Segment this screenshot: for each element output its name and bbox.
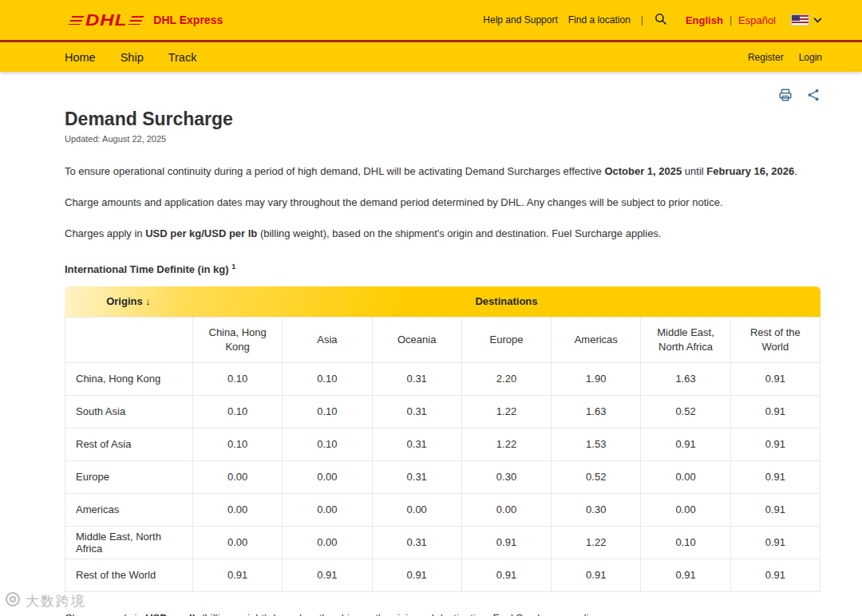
rate-cell: 0.31 [372,428,461,460]
rate-cell: 0.31 [372,395,461,428]
print-button[interactable] [778,88,793,102]
rate-cell: 0.91 [372,559,461,591]
share-icon [806,88,820,102]
rate-cell: 0.00 [193,460,283,493]
rate-cell: 1.22 [461,395,551,428]
rate-cell: 0.00 [283,460,372,493]
destination-column-header: Rest of the World [730,317,820,362]
dhl-logo-bars-left [69,16,85,25]
register-link[interactable]: Register [748,52,784,63]
search-button[interactable] [654,12,667,28]
rate-cell: 0.10 [283,362,372,395]
origin-cell: South Asia [65,395,193,428]
rate-cell: 0.00 [193,493,283,526]
top-utility-links: Help and Support Find a location | Engli… [483,12,822,28]
table-heading: International Time Definite (in kg) 1 [65,263,820,275]
surcharge-table: China, Hong KongAsiaOceaniaEuropeAmerica… [65,317,820,592]
nav-item-track[interactable]: Track [168,51,197,64]
destination-column-header: Asia [283,317,372,362]
rate-cell: 0.31 [372,362,461,395]
charges-paragraph: Charges apply in USD per kg/USD per lb (… [65,227,820,241]
us-flag-icon [791,14,809,26]
rate-cell: 0.52 [552,460,641,493]
destination-column-header: Americas [552,317,641,362]
destination-column-header: Oceania [372,317,461,362]
rate-cell: 0.91 [730,460,820,493]
dhl-logo-bars-right [129,16,144,25]
table-row: Rest of the World0.910.910.910.910.910.9… [65,559,820,591]
share-button[interactable] [806,88,820,102]
nav-item-home[interactable]: Home [65,51,96,64]
footer-unit: USD per lb [145,612,198,616]
rate-cell: 0.00 [641,460,730,493]
footnote-marker: 1 [231,263,235,270]
origins-label: Origins ↓ [65,295,192,307]
rate-cell: 0.00 [641,493,730,526]
rate-cell: 0.91 [283,559,372,591]
destination-column-header: China, Hong Kong [193,317,283,362]
watermark: 大数跨境 [5,591,86,611]
footer-note: Charges apply in USD per lb (billing wei… [65,612,820,616]
rate-cell: 0.91 [730,395,820,428]
table-row: South Asia0.100.100.311.221.630.520.91 [65,395,820,428]
intro-paragraph: To ensure operational continuity during … [65,164,820,179]
rate-cell: 0.30 [552,493,641,526]
destinations-label: Destinations [192,295,820,307]
divider: | [641,14,643,26]
rate-cell: 0.31 [372,526,461,559]
rate-cell: 0.91 [461,559,551,591]
rate-cell: 0.91 [641,559,730,591]
rate-cell: 0.52 [641,395,730,428]
table-row: Rest of Asia0.100.100.311.221.530.910.91 [65,428,820,460]
rate-cell: 0.91 [641,428,730,460]
find-a-location-link[interactable]: Find a location [568,14,631,26]
rate-cell: 0.10 [283,395,372,428]
rate-cell: 0.10 [193,395,283,428]
language-espanol[interactable]: Español [738,14,776,26]
nav-links: Home Ship Track [65,51,196,64]
language-english[interactable]: English [686,14,723,26]
effective-date: October 1, 2025 [604,165,682,177]
origin-cell: Middle East, North Africa [65,526,193,559]
rate-cell: 1.63 [641,362,730,395]
table-row: China, Hong Kong0.100.100.312.201.901.63… [65,362,820,395]
rate-cell: 0.31 [372,460,461,493]
destination-column-header: Europe [461,317,551,362]
rate-cell: 0.30 [461,460,551,493]
rates-tbody: China, Hong Kong0.100.100.312.201.901.63… [65,362,820,591]
rate-cell: 1.53 [552,428,641,460]
updated-date: Updated: August 22, 2025 [65,134,820,144]
search-icon [654,12,667,28]
dhl-logo[interactable]: DHL [70,10,142,30]
top-header: DHL DHL Express Help and Support Find a … [0,0,862,42]
country-selector[interactable] [791,14,822,26]
rate-cell: 1.22 [552,526,641,559]
main-navigation: Home Ship Track Register Login [0,42,862,72]
rate-cell: 0.91 [552,559,641,591]
rate-cell: 0.10 [283,428,372,460]
rate-cell: 0.00 [193,526,283,559]
destination-column-header: Middle East, North Africa [641,317,730,362]
rate-cell: 0.91 [730,428,820,460]
rate-cell: 0.10 [193,428,283,460]
rate-cell: 0.91 [193,559,283,591]
main-content: Demand Surcharge Updated: August 22, 202… [0,72,862,616]
notice-paragraph: Charge amounts and application dates may… [65,195,820,210]
rate-cell: 0.00 [461,493,551,526]
dhl-logo-text: DHL [85,12,127,28]
brand-name: DHL Express [153,14,223,26]
rate-cell: 1.63 [552,395,641,428]
watermark-text: 大数跨境 [26,592,86,610]
table-row: Middle East, North Africa0.000.000.310.9… [65,526,820,559]
origin-column-header [65,317,193,362]
login-link[interactable]: Login [799,52,822,63]
end-date: February 16, 2026 [706,165,794,177]
help-and-support-link[interactable]: Help and Support [483,14,557,26]
rate-cell: 1.90 [552,362,641,395]
rate-cell: 0.91 [730,493,820,526]
table-row: Americas0.000.000.000.000.300.000.91 [65,493,820,526]
rate-cell: 0.00 [283,493,372,526]
nav-account-links: Register Login [748,52,822,63]
nav-item-ship[interactable]: Ship [121,51,144,64]
rate-cell: 2.20 [461,362,551,395]
